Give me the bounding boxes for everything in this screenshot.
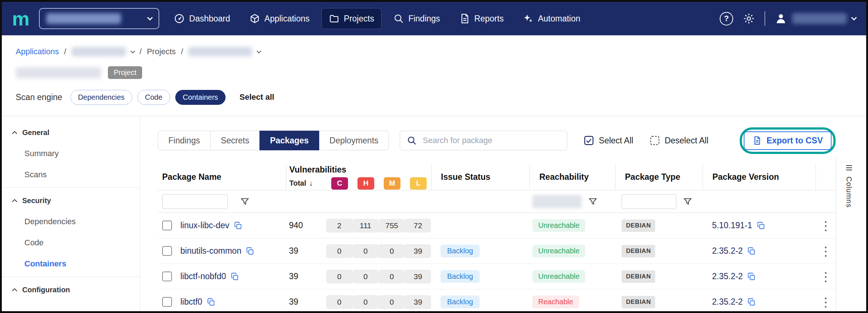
- package-type-filter-input[interactable]: [622, 194, 676, 209]
- row-checkbox[interactable]: [162, 297, 172, 307]
- copy-icon[interactable]: [230, 272, 239, 281]
- sidebar-item-code[interactable]: Code: [2, 232, 140, 253]
- copy-icon[interactable]: [207, 298, 215, 306]
- tab-deployments[interactable]: Deployments: [319, 131, 389, 150]
- packages-table: Package Name Vulnerabilities Total ↓ C H…: [158, 164, 836, 311]
- tab-secrets[interactable]: Secrets: [210, 131, 260, 150]
- package-name-filter-input[interactable]: [162, 194, 228, 209]
- reachability-filter-button[interactable]: [588, 197, 598, 206]
- org-selector-dropdown[interactable]: [39, 8, 159, 29]
- nav-item-dashboard[interactable]: Dashboard: [167, 8, 238, 29]
- reachability-badge: Reachable: [532, 296, 579, 308]
- nav-item-automation[interactable]: Automation: [515, 8, 587, 29]
- settings-button[interactable]: [743, 12, 755, 25]
- package-type-badge: DEBIAN: [622, 270, 655, 283]
- package-search[interactable]: [400, 131, 567, 150]
- user-menu[interactable]: [775, 12, 856, 25]
- nav-item-findings[interactable]: Findings: [386, 8, 447, 29]
- divider: [2, 277, 140, 277]
- engine-pill-dependencies[interactable]: Dependencies: [70, 90, 132, 105]
- total-label: Total: [289, 179, 306, 187]
- total-count: 39: [286, 246, 326, 256]
- low-count: 39: [405, 244, 431, 258]
- row-menu-button[interactable]: ⋮: [816, 245, 836, 257]
- low-count: 39: [405, 295, 431, 309]
- table-filter-row: [158, 190, 836, 213]
- severity-high-badge: H: [357, 177, 374, 190]
- row-menu-button[interactable]: ⋮: [816, 219, 836, 232]
- sidebar-item-summary[interactable]: Summary: [2, 143, 140, 164]
- package-version: 2.35.2-2: [712, 297, 743, 307]
- search-icon: [407, 135, 417, 146]
- checkbox-dashed-icon: [649, 135, 660, 146]
- nav-label: Findings: [408, 14, 440, 24]
- severity-low-badge: L: [410, 177, 427, 190]
- redacted-reachability-filter[interactable]: [532, 195, 582, 208]
- dashboard-icon: [174, 13, 185, 24]
- package-name: libctf-nobfd0: [180, 272, 226, 281]
- chevron-down-icon: [147, 15, 153, 21]
- row-checkbox[interactable]: [162, 221, 172, 230]
- sidebar-item-containers[interactable]: Containers: [2, 253, 140, 274]
- breadcrumb-applications-link[interactable]: Applications: [16, 47, 59, 56]
- copy-icon[interactable]: [756, 221, 765, 230]
- scan-engine-label: Scan engine: [16, 92, 62, 102]
- table-row: linux-libc-dev 940 2 111 755 72 Unreacha…: [158, 213, 836, 238]
- columns-control[interactable]: Columns: [836, 157, 861, 311]
- reachability-badge: Unreachable: [532, 219, 585, 232]
- sidebar-section-general[interactable]: General: [2, 122, 140, 143]
- package-version: 5.10.191-1: [712, 221, 752, 230]
- nav-item-applications[interactable]: Applications: [242, 8, 317, 29]
- package-type-filter-button[interactable]: [683, 197, 692, 206]
- nav-item-reports[interactable]: Reports: [452, 8, 511, 29]
- section-label: Security: [22, 197, 51, 205]
- copy-icon[interactable]: [246, 247, 254, 255]
- total-count: 39: [286, 297, 326, 307]
- engine-pill-code[interactable]: Code: [137, 90, 170, 105]
- row-checkbox[interactable]: [162, 272, 172, 281]
- tab-packages[interactable]: Packages: [259, 131, 319, 150]
- copy-icon[interactable]: [747, 298, 756, 306]
- sidebar-item-dependencies[interactable]: Dependencies: [2, 211, 140, 232]
- chevron-down-icon[interactable]: [257, 49, 261, 54]
- engine-pill-containers[interactable]: Containers: [175, 90, 226, 105]
- toolbar: Findings Secrets Packages Deployments Se…: [158, 127, 836, 154]
- nav-item-projects[interactable]: Projects: [321, 8, 382, 29]
- package-type-badge: DEBIAN: [622, 296, 655, 308]
- total-count: 940: [286, 221, 326, 230]
- row-checkbox[interactable]: [162, 246, 172, 256]
- engine-select-all[interactable]: Select all: [239, 92, 274, 102]
- nav-label: Dashboard: [189, 14, 230, 24]
- help-button[interactable]: ?: [720, 12, 733, 25]
- redacted-application-name: [71, 47, 126, 56]
- sidebar-section-configuration[interactable]: Configuration: [2, 279, 140, 300]
- header-issue-status: Issue Status: [431, 164, 529, 190]
- package-name-filter-button[interactable]: [240, 197, 250, 206]
- tab-findings[interactable]: Findings: [158, 131, 211, 150]
- deselect-all-button[interactable]: Deselect All: [649, 135, 708, 146]
- header-package-version: Package Version: [703, 164, 816, 190]
- chevron-down-icon[interactable]: [130, 49, 135, 54]
- medium-count: 0: [379, 244, 405, 258]
- chevron-down-icon: [851, 15, 857, 21]
- sidebar-item-scans[interactable]: Scans: [2, 164, 140, 185]
- package-name: libctf0: [180, 297, 202, 307]
- sidebar-section-security[interactable]: Security: [2, 190, 140, 211]
- copy-icon[interactable]: [747, 272, 756, 281]
- package-search-input[interactable]: [422, 135, 560, 146]
- total-sort-control[interactable]: Total ↓: [289, 179, 327, 187]
- row-menu-button[interactable]: ⋮: [816, 270, 836, 283]
- issue-status-badge: Backlog: [441, 270, 480, 283]
- package-type-badge: DEBIAN: [622, 219, 655, 232]
- nav-label: Automation: [538, 14, 580, 24]
- export-to-csv-button[interactable]: Export to CSV: [744, 131, 832, 150]
- table-row: binutils-common 39 0 0 0 39 Backlog Unre…: [158, 238, 836, 264]
- copy-icon[interactable]: [234, 221, 242, 230]
- total-count: 39: [286, 272, 326, 281]
- select-all-button[interactable]: Select All: [583, 135, 633, 146]
- critical-count: 0: [326, 244, 352, 258]
- breadcrumb: Applications / / Projects /: [16, 47, 866, 56]
- package-type-badge: DEBIAN: [622, 245, 655, 257]
- copy-icon[interactable]: [747, 247, 756, 255]
- row-menu-button[interactable]: ⋮: [816, 296, 836, 308]
